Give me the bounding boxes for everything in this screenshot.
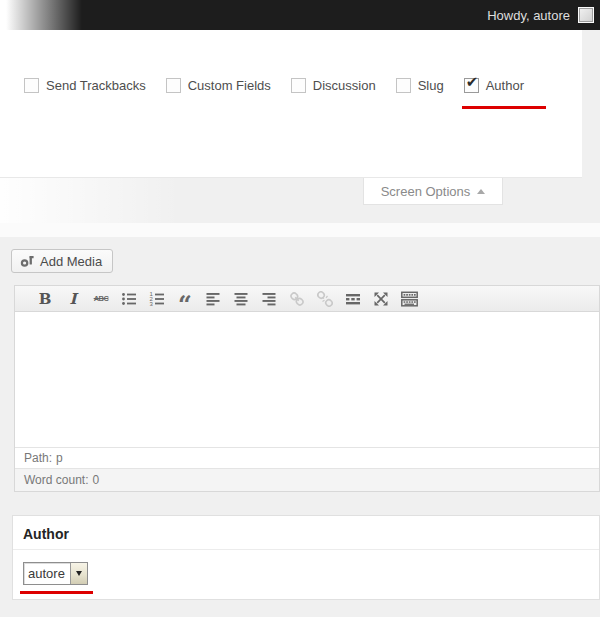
kitchen-sink-icon [401, 291, 418, 307]
select-dropdown-button[interactable] [70, 563, 87, 584]
checkbox-label: Discussion [313, 78, 376, 93]
strikethrough-button[interactable]: ABC [89, 288, 113, 310]
checkbox-slug[interactable]: Slug [396, 78, 444, 93]
fullscreen-icon [373, 291, 389, 307]
editor-toolbar: B I ABC 1 2 3 [15, 286, 599, 312]
bold-icon: B [39, 290, 52, 308]
avatar[interactable] [578, 7, 594, 23]
numbered-list-button[interactable]: 1 2 3 [145, 288, 169, 310]
checkbox-send-trackbacks[interactable]: Send Trackbacks [24, 78, 146, 93]
numbered-list-icon: 1 2 3 [149, 291, 165, 307]
checkbox-author[interactable]: ✔ Author [464, 78, 524, 93]
svg-text:3: 3 [150, 300, 154, 306]
checkbox-label: Author [486, 78, 524, 93]
blockquote-button[interactable]: “ [173, 288, 197, 310]
red-underline-annotation [20, 591, 93, 594]
checkbox-label: Send Trackbacks [46, 78, 146, 93]
screen-options-checkbox-row: Send Trackbacks Custom Fields Discussion… [24, 78, 524, 93]
align-center-icon [233, 291, 249, 307]
chevron-up-icon [477, 189, 485, 194]
align-center-button[interactable] [229, 288, 253, 310]
admin-bar-left-fade [0, 0, 110, 30]
italic-icon: I [69, 290, 76, 308]
checkbox-custom-fields[interactable]: Custom Fields [166, 78, 271, 93]
howdy-greeting[interactable]: Howdy, autore [487, 8, 570, 23]
strikethrough-icon: ABC [94, 294, 109, 303]
admin-bar: Howdy, autore [0, 0, 600, 30]
wordpress-admin-screen: Howdy, autore Send Trackbacks Custom Fie… [0, 0, 600, 617]
checkbox-icon[interactable] [291, 78, 306, 93]
word-count-label: Word count: [24, 473, 88, 487]
chevron-down-icon [76, 571, 82, 576]
more-tag-button[interactable] [341, 288, 365, 310]
editor-path-bar: Path: p [15, 447, 599, 468]
editor-content-area[interactable] [15, 312, 599, 447]
word-count-bar: Word count: 0 [15, 468, 599, 491]
check-mark-icon: ✔ [466, 74, 479, 89]
author-select[interactable]: autore [23, 562, 88, 585]
checkbox-checked-icon[interactable]: ✔ [464, 78, 479, 93]
add-media-button[interactable]: Add Media [11, 249, 113, 273]
italic-button[interactable]: I [61, 288, 85, 310]
checkbox-icon[interactable] [166, 78, 181, 93]
bullet-list-icon [121, 291, 137, 307]
path-label: Path: [24, 451, 52, 465]
kitchen-sink-button[interactable] [397, 288, 421, 310]
checkbox-label: Slug [418, 78, 444, 93]
author-metabox-title: Author [13, 516, 599, 550]
author-metabox: Author autore [12, 515, 600, 600]
bold-button[interactable]: B [33, 288, 57, 310]
path-value: p [56, 451, 63, 465]
blockquote-icon: “ [178, 302, 192, 308]
link-icon [289, 291, 305, 307]
left-white-fade [0, 178, 190, 223]
checkbox-discussion[interactable]: Discussion [291, 78, 376, 93]
word-count-value: 0 [92, 473, 99, 487]
checkbox-label: Custom Fields [188, 78, 271, 93]
screen-options-panel: Send Trackbacks Custom Fields Discussion… [0, 30, 582, 178]
add-media-label: Add Media [40, 254, 102, 269]
unlink-icon [317, 291, 333, 307]
bullet-list-button[interactable] [117, 288, 141, 310]
author-select-value: autore [24, 563, 70, 584]
link-button[interactable] [285, 288, 309, 310]
editor-box: B I ABC 1 2 3 [14, 285, 600, 492]
align-left-icon [205, 291, 221, 307]
add-media-icon [20, 254, 34, 268]
fullscreen-button[interactable] [369, 288, 393, 310]
align-right-button[interactable] [257, 288, 281, 310]
checkbox-icon[interactable] [396, 78, 411, 93]
align-left-button[interactable] [201, 288, 225, 310]
screen-options-toggle[interactable]: Screen Options [363, 178, 503, 205]
unlink-button[interactable] [313, 288, 337, 310]
align-right-icon [261, 291, 277, 307]
checkbox-icon[interactable] [24, 78, 39, 93]
screen-options-toggle-label: Screen Options [381, 184, 471, 199]
more-tag-icon [345, 291, 361, 307]
section-separator [0, 223, 600, 237]
